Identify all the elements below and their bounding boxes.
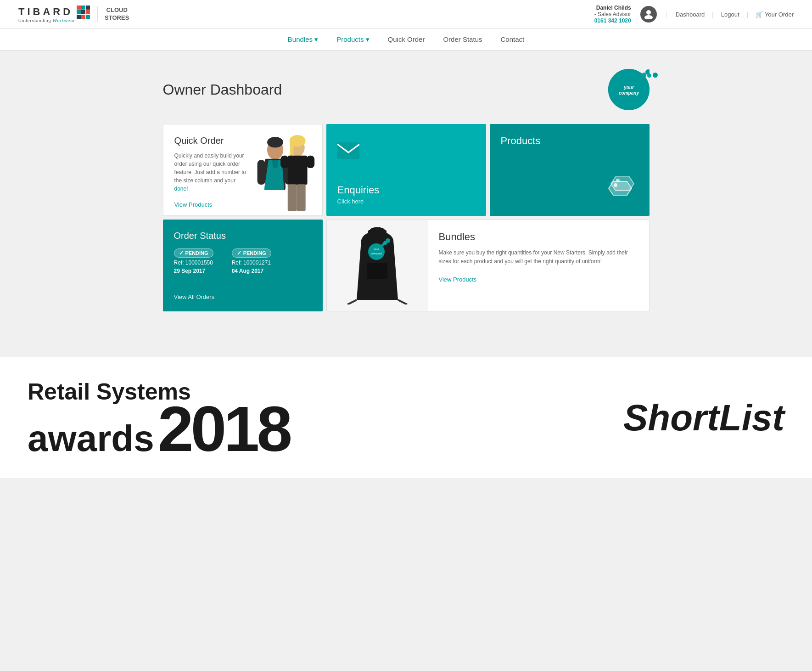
bundles-view-link[interactable]: View Products bbox=[439, 276, 477, 283]
bundles-description: Make sure you buy the right quantities f… bbox=[439, 248, 638, 266]
user-section: Daniel Childs - Sales Advisor 0161 342 1… bbox=[594, 5, 794, 24]
quick-order-view-link[interactable]: View Products bbox=[174, 201, 213, 208]
user-name: Daniel Childs bbox=[594, 5, 631, 11]
header-actions: Dashboard | Logout | 🛒 Your Order bbox=[666, 11, 794, 18]
logout-link[interactable]: Logout bbox=[721, 11, 739, 18]
svg-point-23 bbox=[614, 183, 617, 187]
svg-rect-19 bbox=[288, 184, 297, 211]
svg-text:company: company bbox=[619, 90, 639, 96]
order-badges: ✓ PENDING Ref: 100001550 29 Sep 2017 ✓ P… bbox=[174, 248, 312, 274]
dashboard-title: Owner Dashboard bbox=[163, 81, 282, 98]
products-label: Products bbox=[336, 35, 364, 43]
quick-order-description: Quickly and easily build your order usin… bbox=[174, 152, 250, 193]
main-content: Owner Dashboard your company Quic bbox=[154, 51, 659, 330]
nav-products[interactable]: Products ▾ bbox=[336, 35, 369, 44]
cart-label: Your Order bbox=[765, 11, 794, 18]
bundles-label: Bundles bbox=[288, 35, 313, 43]
cart-link[interactable]: 🛒 Your Order bbox=[756, 11, 794, 18]
check-icon-1: ✓ bbox=[179, 250, 184, 256]
logo-group: TIBARD Understanding Workwear CLOUDSTORE… bbox=[18, 6, 129, 23]
svg-point-9 bbox=[267, 137, 283, 147]
order-badge-1: ✓ PENDING bbox=[174, 248, 213, 258]
nav-order-status[interactable]: Order Status bbox=[443, 35, 482, 44]
svg-rect-24 bbox=[367, 263, 387, 279]
svg-rect-21 bbox=[337, 142, 359, 159]
order-ref-2: Ref: 100001271 bbox=[232, 259, 271, 266]
svg-rect-16 bbox=[288, 156, 308, 185]
user-info: Daniel Childs - Sales Advisor 0161 342 1… bbox=[594, 5, 631, 24]
svg-text:your: your bbox=[373, 248, 380, 250]
logo-dots bbox=[643, 73, 658, 78]
enquiries-subtitle: Click here bbox=[337, 198, 475, 205]
company-logo: your company bbox=[608, 69, 650, 110]
tibard-workwear: Workwear bbox=[53, 18, 75, 23]
main-nav: Bundles ▾ Products ▾ Quick Order Order S… bbox=[0, 29, 812, 51]
nav-bundles[interactable]: Bundles ▾ bbox=[288, 35, 318, 44]
awards-year-group: awards 2018 bbox=[28, 403, 290, 455]
bundles-card[interactable]: your company Bundles Make sure you buy t… bbox=[326, 220, 650, 311]
tibard-logo: TIBARD Understanding Workwear bbox=[18, 6, 90, 23]
products-card[interactable]: Products bbox=[490, 124, 650, 216]
quick-order-label: Quick Order bbox=[388, 35, 425, 43]
shortlist-text: ShortList bbox=[623, 397, 784, 439]
footer-awards: Retail Systems awards 2018 ShortList bbox=[0, 357, 812, 478]
bundles-title: Bundles bbox=[439, 231, 638, 243]
bundles-image: your company bbox=[327, 220, 428, 311]
svg-point-30 bbox=[386, 238, 390, 243]
dashboard-header: Owner Dashboard your company bbox=[163, 69, 650, 110]
nav-quick-order[interactable]: Quick Order bbox=[388, 35, 425, 44]
awards-word: awards bbox=[28, 422, 154, 455]
cloud-stores-logo: CLOUDSTORES bbox=[97, 6, 129, 22]
enquiries-title: Enquiries bbox=[337, 184, 475, 196]
svg-point-1 bbox=[644, 15, 653, 19]
svg-rect-11 bbox=[257, 160, 265, 185]
enquiries-icon bbox=[337, 142, 475, 163]
svg-rect-17 bbox=[280, 156, 289, 168]
order-item-2: ✓ PENDING Ref: 100001271 04 Aug 2017 bbox=[232, 248, 271, 274]
contact-label: Contact bbox=[500, 35, 524, 43]
enquiries-card[interactable]: Enquiries Click here bbox=[326, 124, 486, 216]
order-badge-2: ✓ PENDING bbox=[232, 248, 271, 258]
tibard-grid-icon bbox=[77, 6, 90, 19]
svg-point-0 bbox=[646, 10, 651, 15]
workers-illustration bbox=[251, 124, 322, 215]
nav-contact[interactable]: Contact bbox=[500, 35, 524, 44]
quick-order-image bbox=[251, 124, 322, 215]
done-link[interactable]: done bbox=[174, 186, 187, 192]
tibard-sub: Understanding Workwear bbox=[18, 19, 90, 23]
products-title: Products bbox=[501, 135, 638, 147]
order-item-1: ✓ PENDING Ref: 100001550 29 Sep 2017 bbox=[174, 248, 213, 274]
dashboard-grid: Quick Order Quickly and easily build you… bbox=[163, 124, 650, 311]
order-status-title: Order Status bbox=[174, 231, 312, 241]
order-ref-1: Ref: 100001550 bbox=[174, 259, 213, 266]
products-icon bbox=[501, 172, 638, 205]
bundles-content: Bundles Make sure you buy the right quan… bbox=[428, 220, 649, 311]
svg-text:company: company bbox=[370, 252, 382, 255]
badge-label-2: PENDING bbox=[243, 250, 266, 256]
view-all-orders-link[interactable]: View All Orders bbox=[174, 293, 312, 300]
svg-point-5 bbox=[638, 75, 642, 79]
badge-label-1: PENDING bbox=[185, 250, 208, 256]
tibard-wordmark: TIBARD bbox=[18, 6, 73, 17]
svg-rect-15 bbox=[290, 141, 293, 157]
order-status-label: Order Status bbox=[443, 35, 482, 43]
svg-text:your: your bbox=[623, 85, 634, 90]
user-phone: 0161 342 1020 bbox=[594, 17, 631, 24]
svg-rect-18 bbox=[306, 156, 314, 168]
order-date-2: 04 Aug 2017 bbox=[232, 268, 271, 274]
awards-left: Retail Systems awards 2018 bbox=[28, 380, 290, 455]
order-status-card[interactable]: Order Status ✓ PENDING Ref: 100001550 29… bbox=[163, 220, 323, 311]
cart-icon: 🛒 bbox=[756, 11, 763, 18]
check-icon-2: ✓ bbox=[237, 250, 241, 256]
dashboard-link[interactable]: Dashboard bbox=[676, 11, 705, 18]
awards-year: 2018 bbox=[158, 403, 290, 455]
order-date-1: 29 Sep 2017 bbox=[174, 268, 213, 274]
user-role: - Sales Advisor bbox=[594, 11, 631, 17]
quick-order-card[interactable]: Quick Order Quickly and easily build you… bbox=[163, 124, 323, 216]
apron-illustration: your company bbox=[345, 226, 409, 304]
enquiries-text: Enquiries Click here bbox=[337, 184, 475, 205]
user-avatar bbox=[640, 6, 657, 23]
site-header: TIBARD Understanding Workwear CLOUDSTORE… bbox=[0, 0, 812, 29]
svg-rect-20 bbox=[297, 184, 305, 211]
